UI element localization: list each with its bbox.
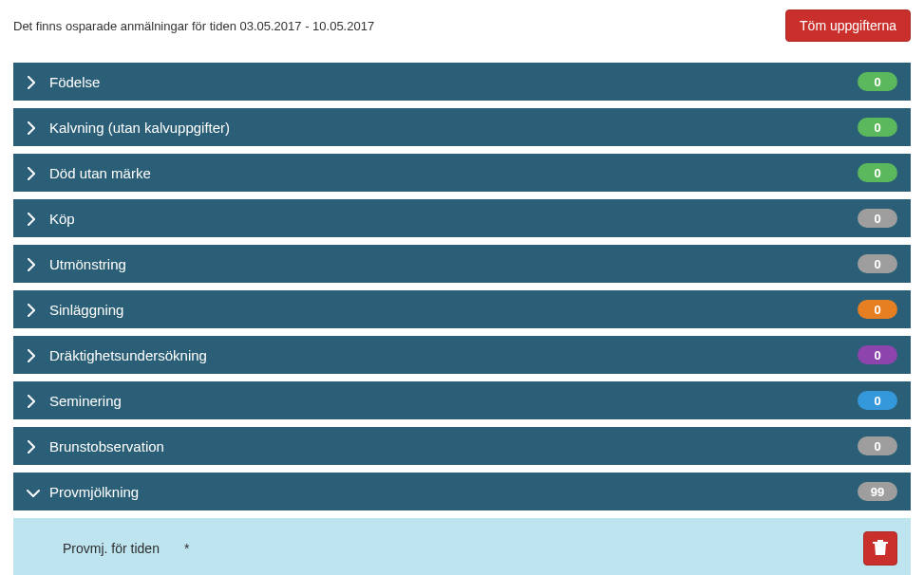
accordion-item-left: Död utan märke bbox=[27, 165, 151, 181]
accordion-item-left: Sinläggning bbox=[27, 302, 123, 318]
accordion-item-left: Köp bbox=[27, 211, 75, 227]
count-badge: 0 bbox=[858, 209, 897, 228]
count-badge: 0 bbox=[858, 436, 897, 455]
accordion-item-label: Brunstobservation bbox=[49, 438, 164, 454]
count-badge: 0 bbox=[858, 345, 897, 364]
accordion-item-left: Seminering bbox=[27, 393, 122, 409]
accordion-item-label: Födelse bbox=[49, 74, 100, 90]
count-badge: 0 bbox=[858, 254, 897, 273]
accordion-item-kalvning[interactable]: Kalvning (utan kalvuppgifter) 0 bbox=[13, 108, 911, 146]
accordion-item-left: Födelse bbox=[27, 74, 100, 90]
accordion-item-left: Provmjölkning bbox=[27, 484, 139, 500]
required-mark: * bbox=[184, 541, 189, 556]
accordion-item-label: Sinläggning bbox=[49, 302, 123, 318]
chevron-right-icon bbox=[27, 167, 38, 178]
field-label: Provmj. för tiden bbox=[63, 541, 160, 556]
accordion-item-left: Brunstobservation bbox=[27, 438, 164, 454]
accordion-item-dod[interactable]: Död utan märke 0 bbox=[13, 154, 911, 192]
count-badge: 0 bbox=[858, 391, 897, 410]
delete-button[interactable] bbox=[863, 531, 897, 566]
accordion-item-draktighet[interactable]: Dräktighetsundersökning 0 bbox=[13, 336, 911, 374]
count-badge: 0 bbox=[858, 300, 897, 319]
unsaved-message: Det finns osparade anmälningar för tiden… bbox=[13, 19, 374, 33]
count-badge: 99 bbox=[858, 482, 897, 501]
accordion-item-left: Dräktighetsundersökning bbox=[27, 347, 207, 363]
accordion-item-kop[interactable]: Köp 0 bbox=[13, 199, 911, 237]
count-badge: 0 bbox=[858, 72, 897, 91]
chevron-right-icon bbox=[27, 349, 38, 361]
chevron-right-icon bbox=[27, 258, 38, 269]
chevron-right-icon bbox=[27, 76, 38, 87]
chevron-right-icon bbox=[27, 304, 38, 315]
chevron-right-icon bbox=[27, 440, 38, 452]
provmjolkning-panel: Provmj. för tiden * bbox=[13, 518, 911, 575]
count-badge: 0 bbox=[858, 118, 897, 137]
accordion-item-left: Utmönstring bbox=[27, 256, 126, 272]
accordion-item-label: Köp bbox=[49, 211, 75, 227]
accordion-item-fodelse[interactable]: Födelse 0 bbox=[13, 63, 911, 101]
chevron-down-icon bbox=[27, 486, 38, 497]
clear-button[interactable]: Töm uppgifterna bbox=[785, 9, 911, 42]
count-badge: 0 bbox=[858, 163, 897, 182]
accordion-item-label: Kalvning (utan kalvuppgifter) bbox=[49, 120, 230, 136]
accordion-item-left: Kalvning (utan kalvuppgifter) bbox=[27, 120, 230, 136]
accordion: Födelse 0 Kalvning (utan kalvuppgifter) … bbox=[13, 63, 911, 575]
accordion-item-utmonstring[interactable]: Utmönstring 0 bbox=[13, 245, 911, 283]
accordion-item-label: Seminering bbox=[49, 393, 122, 409]
accordion-item-brunstobservation[interactable]: Brunstobservation 0 bbox=[13, 427, 911, 465]
chevron-right-icon bbox=[27, 395, 38, 406]
accordion-item-label: Död utan märke bbox=[49, 165, 151, 181]
trash-icon bbox=[873, 539, 888, 559]
accordion-item-label: Dräktighetsundersökning bbox=[49, 347, 207, 363]
accordion-item-label: Provmjölkning bbox=[49, 484, 139, 500]
accordion-item-provmjolkning[interactable]: Provmjölkning 99 bbox=[13, 473, 911, 510]
accordion-item-seminering[interactable]: Seminering 0 bbox=[13, 381, 911, 419]
header: Det finns osparade anmälningar för tiden… bbox=[13, 9, 911, 42]
chevron-right-icon bbox=[27, 121, 38, 133]
accordion-item-label: Utmönstring bbox=[49, 256, 126, 272]
accordion-item-sinlaggning[interactable]: Sinläggning 0 bbox=[13, 290, 911, 328]
field-row: Provmj. för tiden * bbox=[63, 541, 189, 556]
chevron-right-icon bbox=[27, 213, 38, 224]
